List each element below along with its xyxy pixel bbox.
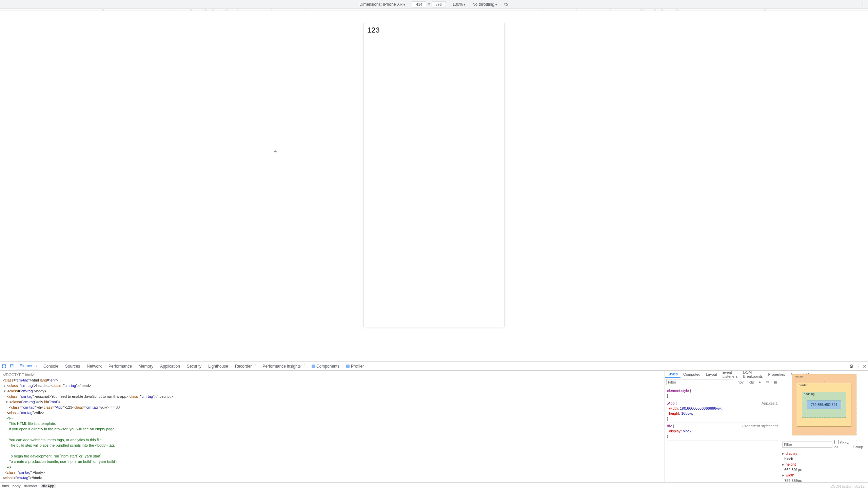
devtools-close-icon[interactable]: ✕ [863, 364, 867, 369]
crumb-div-App[interactable]: div.App [41, 484, 56, 488]
tab-lighthouse[interactable]: Lighthouse [205, 362, 232, 370]
styles-tabbar: StylesComputedLayoutEvent ListenersDOM B… [665, 371, 780, 378]
dimensions-label: Dimensions: [359, 2, 382, 7]
group-checkbox[interactable]: Group [853, 440, 866, 449]
styles-toolbar: :hov .cls + ▭ ▦ [665, 378, 780, 386]
crumb-div-root[interactable]: div#root [24, 484, 37, 488]
tab-memory[interactable]: Memory [135, 362, 157, 370]
side-tab-event-listeners[interactable]: Event Listeners [720, 371, 741, 378]
devtools-tabbar: ElementsConsoleSourcesNetworkPerformance… [0, 362, 868, 371]
styles-more-icon[interactable]: ▦ [772, 380, 778, 384]
computed-pane: margin- border- padding- 789.359×662.391… [780, 371, 868, 482]
tab-performance[interactable]: Performance [105, 362, 135, 370]
device-width-input[interactable] [412, 1, 426, 7]
zoom-select[interactable]: 100% [453, 2, 466, 7]
side-tab-computed[interactable]: Computed [680, 371, 703, 378]
tab-components[interactable]: Components [308, 362, 343, 370]
computed-filter-input[interactable] [782, 442, 832, 448]
crumb-body[interactable]: body [13, 484, 21, 488]
tab-console[interactable]: Console [40, 362, 62, 370]
device-toolbar-menu[interactable]: ⋮ [861, 1, 865, 7]
computed-list[interactable]: ▸display block▸height 662.391px▸width 78… [780, 450, 868, 482]
throttling-select[interactable]: No throttling [472, 2, 497, 7]
hov-toggle[interactable]: :hov [735, 380, 745, 384]
device-toolbar: Dimensions: iPhone XR × 100% No throttli… [0, 0, 868, 9]
devtools-kebab-icon[interactable]: ⋮ [856, 364, 861, 369]
cls-toggle[interactable]: .cls [747, 380, 755, 384]
devtools-settings-icon[interactable]: ⚙ [849, 364, 854, 369]
device-height-input[interactable] [432, 1, 446, 7]
new-rule-button[interactable]: + [757, 380, 762, 384]
elements-breadcrumb[interactable]: htmlbodydiv#rootdiv.App [0, 482, 868, 489]
styles-pane: StylesComputedLayoutEvent ListenersDOM B… [665, 371, 780, 482]
styles-filter-input[interactable] [666, 379, 733, 385]
styles-pin-icon[interactable]: ▭ [764, 380, 770, 384]
device-mode-icon[interactable] [8, 362, 16, 370]
styles-rules[interactable]: element.style {}App.css:1.App { width: 1… [665, 386, 780, 482]
app-root-text: 123 [364, 23, 504, 37]
side-tab-layout[interactable]: Layout [703, 371, 720, 378]
tab-security[interactable]: Security [183, 362, 205, 370]
elements-tree[interactable]: <!DOCTYPE html><class="cm-tag">html lang… [0, 371, 665, 482]
tab-recorder[interactable]: Recorder⁀ [232, 362, 259, 370]
computed-filter-bar: Show all Group [780, 439, 868, 450]
tab-elements[interactable]: Elements [16, 362, 40, 370]
devtools-panel: ElementsConsoleSourcesNetworkPerformance… [0, 361, 868, 489]
dimensions-x: × [428, 2, 430, 7]
inspect-icon[interactable] [0, 362, 8, 370]
device-frame: 123 [364, 23, 504, 327]
device-select[interactable]: iPhone XR [383, 2, 405, 7]
box-model-content: 789.359×662.391 [807, 400, 841, 409]
tab-application[interactable]: Application [157, 362, 183, 370]
box-model: margin- border- padding- 789.359×662.391… [780, 371, 868, 439]
tab-sources[interactable]: Sources [62, 362, 83, 370]
side-tab-dom-breakpoints[interactable]: DOM Breakpoints [740, 371, 765, 378]
rotate-icon[interactable] [500, 0, 512, 8]
show-all-checkbox[interactable]: Show all [834, 440, 851, 449]
crumb-html[interactable]: html [2, 484, 9, 488]
viewport-stage: 123 [0, 11, 868, 361]
tab-profiler[interactable]: Profiler [343, 362, 367, 370]
tab-performance-insights[interactable]: Performance insights⁀ [259, 362, 308, 370]
side-tab-styles[interactable]: Styles [665, 371, 680, 378]
tab-network[interactable]: Network [83, 362, 105, 370]
